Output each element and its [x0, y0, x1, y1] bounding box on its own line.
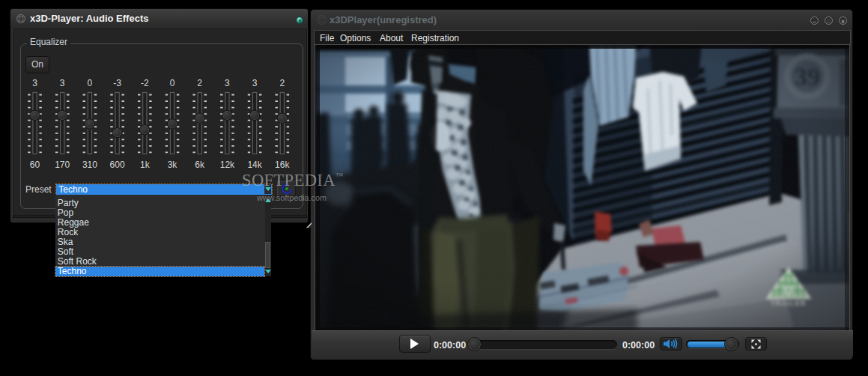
svg-text:600: 600 — [110, 160, 125, 170]
svg-text:12k: 12k — [220, 160, 235, 170]
svg-text:3: 3 — [32, 78, 37, 88]
svg-text:310: 310 — [82, 160, 97, 170]
svg-text:16k: 16k — [275, 160, 290, 170]
svg-text:3: 3 — [252, 78, 258, 88]
svg-text:2: 2 — [279, 78, 285, 88]
svg-text:3k: 3k — [168, 160, 178, 170]
svg-text:0: 0 — [170, 78, 175, 88]
svg-text:-3: -3 — [113, 78, 121, 88]
svg-text:60: 60 — [30, 160, 40, 170]
svg-text:14k: 14k — [247, 160, 262, 170]
svg-text:3: 3 — [60, 78, 65, 88]
svg-text:170: 170 — [55, 160, 70, 170]
svg-text:6k: 6k — [195, 160, 205, 170]
svg-text:0: 0 — [88, 78, 93, 88]
svg-text:1k: 1k — [140, 160, 151, 170]
svg-text:2: 2 — [197, 78, 202, 88]
svg-text:-2: -2 — [141, 78, 149, 88]
svg-text:3: 3 — [225, 78, 230, 88]
